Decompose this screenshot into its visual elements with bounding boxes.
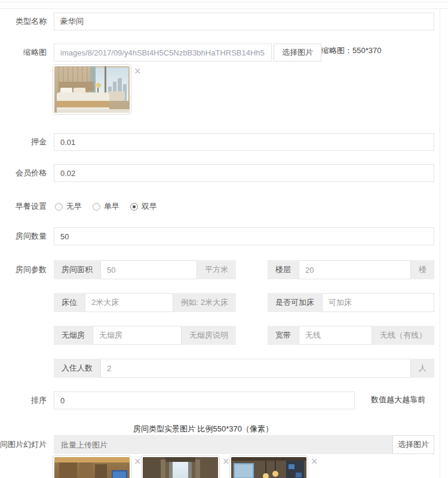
slides-label: 房间图片幻灯片 bbox=[0, 436, 47, 454]
sort-label: 排序 bbox=[0, 391, 47, 409]
breakfast-label: 早餐设置 bbox=[0, 198, 47, 215]
breakfast-radio-group: 无早 单早 双早 bbox=[55, 198, 157, 215]
broadband-type-label: 无线（有线） bbox=[372, 326, 434, 345]
remove-slide-icon[interactable]: × bbox=[222, 457, 230, 465]
slide-thumbnail-3 bbox=[229, 455, 308, 478]
thumbnail-select-image-button[interactable]: 选择图片 bbox=[274, 44, 321, 61]
thumbnail-size-note: 缩略图：550*370 bbox=[321, 42, 381, 60]
thumbnail-path-input[interactable] bbox=[54, 44, 272, 61]
member-price-label: 会员价格 bbox=[0, 164, 47, 182]
no-smoking-desc-label: 无烟房说明 bbox=[182, 326, 236, 345]
bed-addon-label: 床位 bbox=[54, 293, 85, 312]
breakfast-option-label: 无早 bbox=[66, 201, 82, 212]
broadband-addon-label: 宽带 bbox=[268, 326, 299, 345]
extra-bed-addon-label: 是否可加床 bbox=[268, 293, 322, 312]
slides-section-title: 房间类型实景图片 比例550*370（像素） bbox=[54, 424, 352, 434]
type-name-input[interactable] bbox=[54, 13, 434, 30]
room-area-addon-label: 房间面积 bbox=[54, 260, 100, 279]
room-area-unit-label: 平方米 bbox=[197, 260, 236, 279]
occupancy-input[interactable] bbox=[100, 359, 411, 378]
room-area-input[interactable] bbox=[100, 260, 197, 279]
room-photo-thumbnail bbox=[143, 457, 218, 478]
floor-addon-label: 楼层 bbox=[268, 260, 299, 279]
room-photo-thumbnail bbox=[54, 457, 130, 478]
no-smoking-group: 无烟房 无烟房说明 bbox=[54, 326, 236, 345]
sort-input[interactable] bbox=[54, 391, 355, 409]
floor-input[interactable] bbox=[299, 260, 411, 279]
room-photo-thumbnail bbox=[54, 66, 130, 113]
thumbnail-preview bbox=[53, 64, 131, 115]
bed-input[interactable] bbox=[85, 293, 173, 312]
room-type-edit-form: 类型名称 缩略图 选择图片 缩略图：550*370 bbox=[0, 0, 448, 478]
room-photo-thumbnail bbox=[231, 457, 306, 478]
broadband-group: 宽带 无线（有线） bbox=[268, 326, 434, 345]
slides-batch-upload-input[interactable] bbox=[54, 435, 392, 454]
no-smoking-addon-label: 无烟房 bbox=[54, 326, 93, 345]
room-params-label: 房间参数 bbox=[0, 261, 47, 279]
occupancy-addon-label: 入住人数 bbox=[54, 359, 100, 378]
floor-unit-label: 楼 bbox=[411, 260, 434, 279]
type-name-label: 类型名称 bbox=[0, 13, 47, 30]
panel-top-border bbox=[0, 2, 448, 2]
remove-slide-icon[interactable]: × bbox=[134, 457, 142, 465]
room-area-group: 房间面积 平方米 bbox=[54, 260, 236, 279]
radio-icon bbox=[130, 203, 138, 211]
occupancy-group: 入住人数 人 bbox=[54, 359, 434, 378]
room-count-label: 房间数量 bbox=[0, 227, 47, 245]
deposit-input[interactable] bbox=[54, 133, 434, 151]
form-top-divider bbox=[0, 8, 448, 9]
deposit-label: 押金 bbox=[0, 133, 47, 151]
remove-slide-icon[interactable]: × bbox=[311, 457, 318, 465]
slide-thumbnail-1 bbox=[53, 455, 131, 478]
breakfast-option-label: 双早 bbox=[142, 201, 157, 212]
broadband-input[interactable] bbox=[299, 326, 372, 345]
thumbnail-label: 缩略图 bbox=[0, 44, 47, 61]
slide-thumbnail-2 bbox=[141, 455, 220, 478]
floor-group: 楼层 楼 bbox=[268, 260, 434, 279]
room-count-input[interactable] bbox=[54, 227, 434, 245]
occupancy-unit-label: 人 bbox=[411, 359, 434, 378]
breakfast-option-single[interactable]: 单早 bbox=[93, 201, 119, 212]
sort-hint: 数值越大越靠前 bbox=[371, 391, 425, 409]
radio-icon bbox=[93, 203, 100, 211]
no-smoking-input[interactable] bbox=[93, 326, 182, 345]
breakfast-option-double[interactable]: 双早 bbox=[130, 201, 157, 212]
remove-thumbnail-icon[interactable]: × bbox=[134, 67, 142, 75]
slides-select-image-button[interactable]: 选择图片 bbox=[392, 435, 434, 454]
radio-icon bbox=[55, 203, 63, 211]
bed-example-label: 例如: 2米大床 bbox=[173, 293, 236, 312]
bed-group: 床位 例如: 2米大床 bbox=[54, 293, 236, 312]
panel-right-border bbox=[440, 8, 440, 478]
extra-bed-input[interactable] bbox=[322, 293, 434, 312]
breakfast-option-label: 单早 bbox=[104, 201, 119, 212]
extra-bed-group: 是否可加床 bbox=[268, 293, 434, 312]
breakfast-option-none[interactable]: 无早 bbox=[55, 201, 82, 212]
member-price-input[interactable] bbox=[54, 164, 434, 182]
slides-upload-bar: 选择图片 bbox=[54, 435, 434, 454]
